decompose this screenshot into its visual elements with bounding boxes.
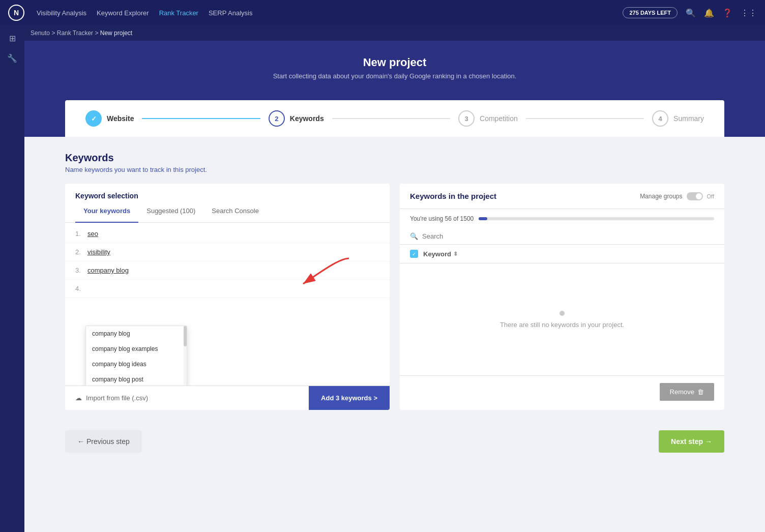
sidebar-tools-icon[interactable]: 🔧 — [7, 53, 17, 63]
nav-serp-analysis[interactable]: SERP Analysis — [209, 9, 252, 17]
dropdown-item-1[interactable]: company blog — [86, 326, 187, 341]
step-keywords[interactable]: 2 Keywords — [269, 110, 324, 127]
keywords-in-project-panel: Keywords in the project Manage groups Of… — [400, 184, 724, 410]
right-panel-header: Keywords in the project Manage groups Of… — [400, 184, 724, 209]
content-area: Keywords Name keywords you want to track… — [24, 137, 765, 420]
keyword-num-2: 2. — [75, 248, 87, 256]
days-badge: 275 DAYS LEFT — [623, 7, 678, 18]
keyword-text-1[interactable]: seo — [87, 230, 98, 238]
remove-button[interactable]: Remove 🗑 — [660, 383, 714, 401]
bell-icon[interactable]: 🔔 — [704, 8, 714, 18]
usage-bar-background — [479, 217, 714, 220]
import-from-file-button[interactable]: ☁ Import from file (.csv) — [65, 386, 309, 410]
dropdown-item-4[interactable]: company blog post — [86, 372, 187, 386]
dropdown-scrollbar-thumb — [184, 326, 187, 346]
search-magnifier-icon: 🔍 — [410, 232, 418, 240]
grid-icon[interactable]: ⋮⋮ — [741, 8, 757, 18]
step-3-circle: 3 — [458, 110, 475, 127]
nav-keyword-explorer[interactable]: Keyword Explorer — [97, 9, 149, 17]
dropdown-item-3[interactable]: company blog ideas — [86, 357, 187, 372]
usage-bar-wrapper: You're using 56 of 1500 — [400, 209, 724, 228]
help-icon[interactable]: ❓ — [722, 8, 732, 18]
dropdown-scroll-area[interactable]: company blog company blog examples compa… — [86, 326, 187, 386]
keyword-list: 1. seo 2. visibility 3. company blog — [65, 223, 390, 386]
nav-right: 275 DAYS LEFT 🔍 🔔 ❓ ⋮⋮ — [623, 7, 757, 18]
keyword-row-2[interactable]: 2. visibility — [65, 243, 390, 261]
breadcrumb-current: New project — [100, 29, 132, 37]
keyword-num-1: 1. — [75, 230, 87, 238]
keyword-text-2[interactable]: visibility — [87, 248, 110, 256]
tab-bar: Your keywords Suggested (100) Search Con… — [65, 200, 390, 223]
nav-links: Visibility Analysis Keyword Explorer Ran… — [37, 9, 252, 17]
breadcrumb-senuto[interactable]: Senuto — [31, 29, 50, 37]
previous-step-button[interactable]: ← Previous step — [65, 430, 142, 453]
page-subtitle: Start collecting data about your domain'… — [24, 72, 765, 80]
tab-suggested[interactable]: Suggested (100) — [138, 200, 203, 223]
step-4-label: Summary — [673, 114, 704, 123]
sidebar-grid-icon[interactable]: ⊞ — [9, 34, 16, 43]
tab-search-console[interactable]: Search Console — [203, 200, 267, 223]
nav-rank-tracker[interactable]: Rank Tracker — [159, 9, 198, 17]
sidebar: ⊞ 🔧 — [0, 25, 24, 532]
keyword-scroll-area[interactable]: 1. seo 2. visibility 3. company blog — [65, 223, 390, 386]
stepper-container: ✓ Website 2 Keywords 3 Competition 4 Sum… — [65, 100, 724, 137]
keyword-column-header: ✓ Keyword ⬍ — [400, 245, 724, 263]
step-4-circle: 4 — [652, 110, 668, 127]
next-step-button[interactable]: Next step → — [659, 430, 724, 453]
breadcrumb-rank-tracker[interactable]: Rank Tracker — [57, 29, 93, 37]
usage-bar-fill — [479, 217, 487, 220]
keyword-list-container: 1. seo 2. visibility 3. company blog — [65, 223, 390, 410]
keyword-row-1[interactable]: 1. seo — [65, 225, 390, 243]
import-label: Import from file (.csv) — [86, 394, 148, 402]
trash-icon: 🗑 — [697, 388, 704, 396]
keyword-row-4[interactable]: 4. — [65, 280, 390, 298]
keyword-autocomplete-dropdown[interactable]: company blog company blog examples compa… — [85, 326, 187, 386]
empty-state-text: There are still no keywords in your proj… — [500, 321, 624, 329]
keyword-row-3[interactable]: 3. company blog — [65, 261, 390, 280]
keyword-column-label: Keyword ⬍ — [423, 250, 458, 258]
step-1-circle: ✓ — [85, 110, 102, 127]
dropdown-scrollbar — [184, 326, 187, 386]
cloud-icon: ☁ — [75, 394, 82, 402]
keyword-text-3[interactable]: company blog — [87, 267, 129, 274]
keyword-selection-panel: Keyword selection Your keywords Suggeste… — [65, 184, 390, 410]
step-1-label: Website — [107, 114, 134, 123]
top-navigation: N Visibility Analysis Keyword Explorer R… — [0, 0, 765, 25]
page-title: New project — [24, 56, 765, 69]
connector-2-3 — [332, 118, 450, 119]
select-all-checkbox[interactable]: ✓ — [410, 250, 418, 258]
manage-groups-label: Manage groups — [640, 193, 682, 200]
bottom-navigation: ← Previous step Next step → — [24, 420, 765, 463]
step-2-label: Keywords — [290, 114, 324, 123]
add-keywords-button[interactable]: Add 3 keywords > — [309, 386, 390, 410]
two-column-layout: Keyword selection Your keywords Suggeste… — [65, 184, 724, 410]
empty-keywords-state: There are still no keywords in your proj… — [400, 263, 724, 375]
step-competition[interactable]: 3 Competition — [458, 110, 518, 127]
keyword-num-3: 3. — [75, 267, 87, 274]
step-website[interactable]: ✓ Website — [85, 110, 134, 127]
keywords-search-area: 🔍 — [400, 228, 724, 245]
dropdown-row-4: 4. company blog company blog examples co… — [65, 280, 390, 298]
manage-groups-toggle[interactable] — [687, 192, 703, 200]
toggle-off-label: Off — [707, 193, 714, 199]
search-input-wrapper: 🔍 — [410, 232, 714, 240]
breadcrumb: Senuto > Rank Tracker > New project — [0, 25, 765, 41]
section-title: Keywords — [65, 152, 724, 164]
section-subtitle: Name keywords you want to track in this … — [65, 166, 724, 173]
tab-your-keywords[interactable]: Your keywords — [75, 200, 138, 223]
step-summary[interactable]: 4 Summary — [652, 110, 704, 127]
step-3-label: Competition — [480, 114, 518, 123]
nav-logo[interactable]: N — [8, 5, 24, 21]
stepper: ✓ Website 2 Keywords 3 Competition 4 Sum… — [85, 100, 704, 137]
right-panel-footer: Remove 🗑 — [400, 375, 724, 408]
left-panel-footer: ☁ Import from file (.csv) Add 3 keywords… — [65, 386, 390, 410]
keyword-selection-title: Keyword selection — [65, 184, 390, 200]
keywords-in-project-title: Keywords in the project — [410, 192, 496, 200]
manage-groups-control: Manage groups Off — [640, 192, 714, 200]
keywords-search-input[interactable] — [422, 232, 714, 240]
main-header-bg: New project Start collecting data about … — [24, 41, 765, 137]
step-2-circle: 2 — [269, 110, 285, 127]
search-icon[interactable]: 🔍 — [686, 8, 696, 18]
nav-visibility-analysis[interactable]: Visibility Analysis — [37, 9, 86, 17]
dropdown-item-2[interactable]: company blog examples — [86, 341, 187, 357]
